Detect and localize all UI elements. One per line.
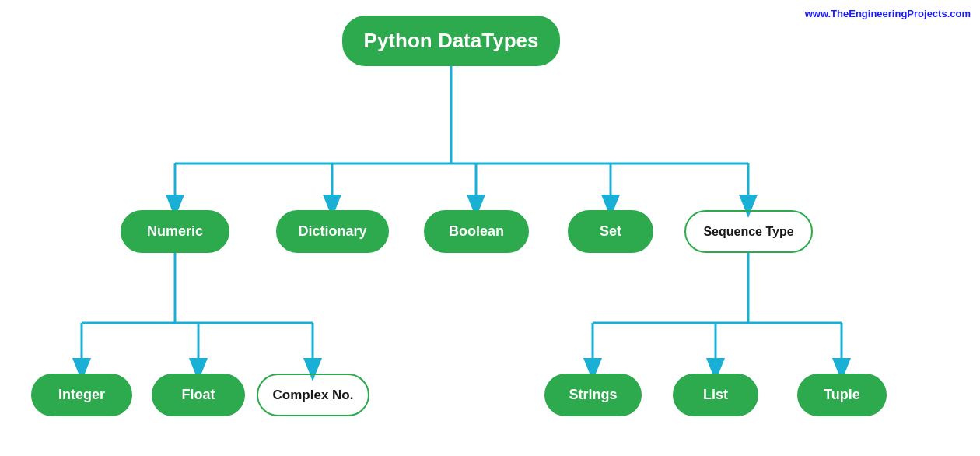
node-dictionary: Dictionary: [276, 210, 389, 253]
node-integer: Integer: [31, 374, 132, 416]
watermark: www.TheEngineeringProjects.com: [805, 8, 971, 19]
node-numeric: Numeric: [121, 210, 229, 253]
node-tuple: Tuple: [797, 374, 887, 416]
node-strings: Strings: [544, 374, 642, 416]
node-boolean: Boolean: [424, 210, 529, 253]
diagram: www.TheEngineeringProjects.com Python Da…: [0, 0, 980, 456]
node-sequence: Sequence Type: [684, 210, 813, 253]
node-set: Set: [568, 210, 653, 253]
node-list: List: [673, 374, 758, 416]
node-complex: Complex No.: [257, 374, 369, 416]
node-root: Python DataTypes: [342, 16, 560, 66]
node-float: Float: [152, 374, 245, 416]
